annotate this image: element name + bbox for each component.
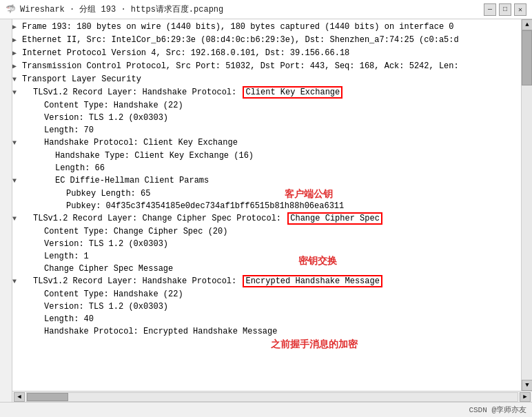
tree-row[interactable]: ▼TLSv1.2 Record Layer: Handshake Protoco… [12, 275, 521, 288]
minimize-button[interactable]: — [484, 3, 496, 16]
tree-toggle-icon: ▼ [12, 88, 22, 99]
main-area: ▶Frame 193: 180 bytes on wire (1440 bits… [0, 19, 532, 402]
tree-row-text: Version: TLS 1.2 (0x0303) [44, 301, 168, 312]
content-wrapper: ▶Frame 193: 180 bytes on wire (1440 bits… [12, 19, 532, 402]
horizontal-scrollbar[interactable]: ◀ ▶ [12, 391, 532, 402]
scroll-up-button[interactable]: ▲ [522, 19, 532, 30]
scroll-down-button[interactable]: ▼ [522, 380, 532, 391]
window-title: Wireshark · 分组 193 · https请求百度.pcapng [20, 3, 223, 15]
tree-row-text: Change Cipher Spec Message [44, 263, 173, 274]
status-label: CSDN @孪师亦友 [469, 405, 526, 415]
tree-row: Content Type: Change Cipher Spec (20) [12, 225, 521, 238]
tree-row: Handshake Type: Client Key Exchange (16) [12, 150, 521, 162]
tree-row: Length: 70 [12, 124, 521, 136]
tree-row-text: Handshake Protocol: Client Key Exchange [44, 137, 238, 148]
title-bar: 🦈 Wireshark · 分组 193 · https请求百度.pcapng … [0, 0, 532, 19]
tree-row-text: TLSv1.2 Record Layer: Handshake Protocol… [33, 276, 382, 287]
hscroll-right-button[interactable]: ▶ [520, 392, 531, 402]
status-bar: CSDN @孪师亦友 [0, 402, 532, 417]
tree-row: Version: TLS 1.2 (0x0303) [12, 301, 521, 313]
tree-row-text: Transport Layer Security [22, 74, 141, 85]
tree-row[interactable]: ▼Transport Layer Security [12, 73, 521, 86]
scroll-thumb[interactable] [522, 30, 532, 85]
tree-row: Version: TLS 1.2 (0x0303) [12, 238, 521, 250]
tree-row-text: Length: 1 [44, 251, 89, 262]
vertical-scrollbar[interactable]: ▲ ▼ [521, 19, 532, 391]
scroll-track[interactable] [522, 30, 532, 380]
tree-toggle-icon: ▶ [12, 48, 22, 59]
tree-row-text: Version: TLS 1.2 (0x0303) [44, 238, 168, 250]
hscroll-left-button[interactable]: ◀ [14, 392, 25, 402]
tree-row-text: Frame 193: 180 bytes on wire (1440 bits)… [22, 21, 454, 32]
tree-row-text: Internet Protocol Version 4, Src: 192.16… [22, 48, 349, 59]
tree-row-text: Version: TLS 1.2 (0x0303) [44, 112, 168, 123]
tree-toggle-icon: ▼ [12, 138, 22, 149]
annotation-encrypted-handshake: 之前握手消息的加密 [271, 338, 358, 351]
tree-row: Pubkey Length: 65 [12, 187, 521, 200]
tree-row-text: Content Type: Handshake (22) [44, 289, 183, 300]
tree-row[interactable]: ▼Handshake Protocol: Client Key Exchange [12, 136, 521, 150]
tree-row: Pubkey: 04f35c3f4354185e0dec734af1bff651… [12, 200, 521, 212]
highlighted-value: Change Cipher Spec [287, 212, 382, 225]
app-icon: 🦈 [6, 4, 16, 14]
tree-row[interactable]: ▶Ethernet II, Src: IntelCor_b6:29:3e (08… [12, 34, 521, 47]
window-controls[interactable]: — □ ✕ [484, 3, 526, 16]
tree-toggle-icon: ▶ [12, 61, 22, 72]
tree-row-text: Length: 66 [55, 163, 105, 174]
tree-toggle-icon: ▶ [12, 35, 22, 46]
tree-toggle-icon: ▼ [12, 214, 22, 225]
hscroll-thumb[interactable] [27, 393, 68, 401]
tree-row[interactable]: ▼EC Diffie-Hellman Client Params [12, 174, 521, 187]
tree-toggle-icon: ▶ [12, 22, 22, 33]
tree-row: Length: 66 [12, 162, 521, 174]
tree-row-text: Handshake Type: Client Key Exchange (16) [55, 150, 254, 161]
tree-row: Content Type: Handshake (22) [12, 99, 521, 112]
maximize-button[interactable]: □ [499, 3, 511, 16]
tree-toggle-icon: ▼ [12, 276, 22, 287]
tree-row-text: TLSv1.2 Record Layer: Handshake Protocol… [33, 87, 342, 98]
tree-row: Length: 40 [12, 313, 521, 325]
tree-toggle-icon: ▼ [12, 176, 22, 187]
tree-row[interactable]: ▼TLSv1.2 Record Layer: Change Cipher Spe… [12, 212, 521, 225]
tree-row-text: Length: 70 [44, 125, 94, 136]
tree-row-text: Content Type: Handshake (22) [44, 100, 183, 111]
tree-row[interactable]: ▶Transmission Control Protocol, Src Port… [12, 60, 521, 73]
highlighted-value: Encrypted Handshake Message [243, 275, 382, 287]
tree-row-text: Length: 40 [44, 314, 94, 325]
tree-row-text: Pubkey Length: 65 [66, 188, 150, 199]
highlighted-value: Client Key Exchange [243, 86, 342, 99]
tree-row: Handshake Protocol: Encrypted Handshake … [12, 325, 521, 338]
tree-row: Change Cipher Spec Message [12, 263, 521, 275]
tree-row[interactable]: ▼TLSv1.2 Record Layer: Handshake Protoco… [12, 86, 521, 99]
tree-row-text: Handshake Protocol: Encrypted Handshake … [44, 326, 277, 337]
title-left: 🦈 Wireshark · 分组 193 · https请求百度.pcapng [6, 3, 223, 15]
tree-row-text: TLSv1.2 Record Layer: Change Cipher Spec… [33, 213, 382, 224]
status-text: CSDN @孪师亦友 [469, 405, 526, 415]
tree-row-text: Pubkey: 04f35c3f4354185e0dec734af1bff651… [66, 201, 344, 212]
tree-row[interactable]: ▶Internet Protocol Version 4, Src: 192.1… [12, 47, 521, 60]
tree-row-text: Transmission Control Protocol, Src Port:… [22, 61, 459, 72]
hscroll-track[interactable] [26, 392, 518, 402]
tree-row: Content Type: Handshake (22) [12, 288, 521, 301]
packet-detail-panel: ▶Frame 193: 180 bytes on wire (1440 bits… [12, 19, 521, 391]
tree-row-text: EC Diffie-Hellman Client Params [55, 175, 209, 186]
tree-row[interactable]: ▶Frame 193: 180 bytes on wire (1440 bits… [12, 21, 521, 34]
tree-row-text: Ethernet II, Src: IntelCor_b6:29:3e (08:… [22, 34, 459, 45]
left-scroll-indicator [0, 19, 12, 402]
close-button[interactable]: ✕ [514, 3, 526, 16]
tree-row: Version: TLS 1.2 (0x0303) [12, 112, 521, 124]
tree-row-text: Content Type: Change Cipher Spec (20) [44, 226, 227, 237]
tree-row: Length: 1 [12, 250, 521, 263]
tree-toggle-icon: ▼ [12, 74, 22, 85]
